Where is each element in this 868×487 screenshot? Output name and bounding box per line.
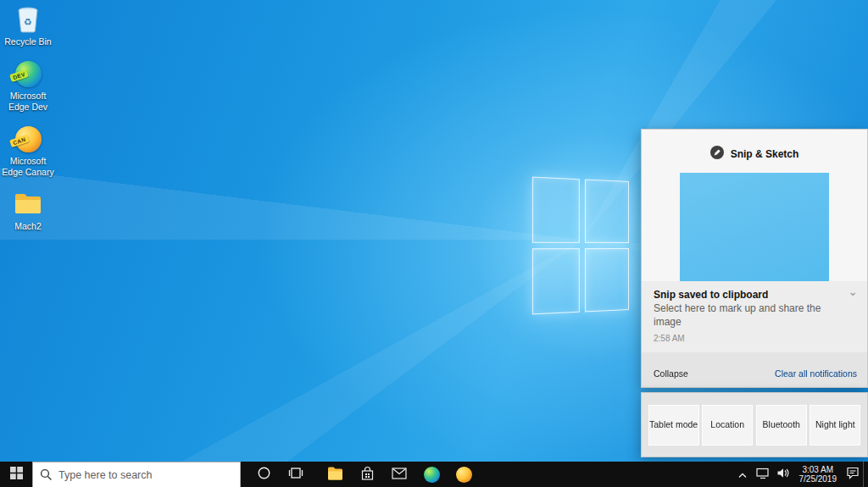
snip-sketch-notification[interactable]: Snip & Sketch ⌄ Snip saved to clipboard … bbox=[642, 130, 867, 352]
mail-icon bbox=[392, 468, 407, 482]
taskbar-search[interactable] bbox=[32, 462, 241, 487]
task-view-icon bbox=[288, 466, 303, 483]
quick-action-label: Bluetooth bbox=[763, 419, 800, 429]
quick-actions-panel: Tablet mode Location Bluetooth Night lig… bbox=[641, 392, 868, 457]
search-input[interactable] bbox=[58, 469, 240, 481]
quick-action-location[interactable]: Location bbox=[702, 405, 753, 445]
action-center-icon bbox=[846, 467, 860, 482]
system-tray: 3:03 AM 7/25/2019 bbox=[732, 462, 868, 487]
edge-canary-icon bbox=[456, 467, 472, 483]
edge-dev-taskbar-button[interactable] bbox=[415, 462, 448, 487]
desktop-icon-label: Recycle Bin bbox=[4, 36, 51, 47]
task-view-button[interactable] bbox=[280, 462, 312, 487]
quick-action-tablet-mode[interactable]: Tablet mode bbox=[648, 405, 699, 445]
folder-icon bbox=[13, 190, 43, 219]
desktop-icon-label: Microsoft Edge Canary bbox=[2, 156, 54, 177]
windows-start-icon bbox=[10, 467, 23, 482]
desktop-icon-edge-dev[interactable]: DEV Microsoft Edge Dev bbox=[2, 59, 54, 112]
collapse-link[interactable]: Collapse bbox=[654, 368, 688, 379]
edge-canary-taskbar-button[interactable] bbox=[448, 462, 480, 487]
taskbar: 3:03 AM 7/25/2019 bbox=[0, 462, 868, 487]
notification-app-name: Snip & Sketch bbox=[731, 148, 799, 160]
desktop-icon-column: ♻ Recycle Bin DEV Microsoft Edge Dev CAN… bbox=[2, 5, 54, 231]
recycle-bin-icon: ♻ bbox=[13, 5, 43, 34]
network-icon bbox=[756, 468, 770, 482]
chevron-up-icon bbox=[738, 468, 747, 481]
start-button[interactable] bbox=[0, 462, 32, 487]
cortana-button[interactable] bbox=[248, 462, 280, 487]
speaker-icon bbox=[776, 468, 789, 481]
show-desktop-button[interactable] bbox=[863, 462, 868, 487]
tray-overflow-chevron-button[interactable] bbox=[732, 462, 753, 487]
taskbar-clock[interactable]: 3:03 AM 7/25/2019 bbox=[793, 462, 843, 487]
svg-text:♻: ♻ bbox=[24, 17, 32, 27]
desktop-icon-label: Microsoft Edge Dev bbox=[2, 91, 54, 112]
notification-title: Snip saved to clipboard bbox=[654, 289, 855, 301]
notification-text-block: ⌄ Snip saved to clipboard Select here to… bbox=[642, 281, 867, 352]
windows-logo bbox=[532, 177, 629, 315]
desktop-icon-recycle-bin[interactable]: ♻ Recycle Bin bbox=[2, 5, 54, 47]
notification-body: Select here to mark up and share the ima… bbox=[654, 302, 830, 329]
desktop-icon-mach2-folder[interactable]: Mach2 bbox=[2, 190, 54, 231]
clock-date: 7/25/2019 bbox=[799, 474, 837, 484]
action-center-button[interactable] bbox=[843, 462, 863, 487]
quick-action-night-light[interactable]: Night light bbox=[810, 405, 860, 445]
windows-logo-pane bbox=[585, 180, 629, 243]
mail-button[interactable] bbox=[383, 462, 415, 487]
windows-logo-pane bbox=[585, 248, 629, 312]
windows-logo-pane bbox=[532, 177, 580, 243]
edge-dev-icon: DEV bbox=[13, 59, 43, 88]
quick-action-label: Night light bbox=[815, 419, 855, 429]
quick-action-bluetooth[interactable]: Bluetooth bbox=[756, 405, 807, 445]
desktop-icon-label: Mach2 bbox=[14, 221, 42, 231]
file-explorer-icon bbox=[327, 467, 343, 483]
file-explorer-button[interactable] bbox=[319, 462, 351, 487]
network-button[interactable] bbox=[753, 462, 773, 487]
edge-canary-icon: CAN bbox=[13, 125, 43, 153]
notification-timestamp: 2:58 AM bbox=[654, 334, 855, 343]
clear-all-notifications-link[interactable]: Clear all notifications bbox=[775, 368, 857, 379]
windows-logo-pane bbox=[532, 248, 580, 314]
search-icon bbox=[33, 468, 58, 481]
clock-time: 3:03 AM bbox=[802, 465, 833, 475]
quick-action-label: Location bbox=[710, 419, 744, 429]
microsoft-store-button[interactable] bbox=[351, 462, 383, 487]
cortana-icon bbox=[257, 466, 271, 483]
snip-sketch-app-icon bbox=[710, 146, 724, 163]
action-center-notification-panel: Snip & Sketch ⌄ Snip saved to clipboard … bbox=[641, 129, 868, 388]
quick-action-label: Tablet mode bbox=[649, 419, 698, 429]
action-center-footer: Collapse Clear all notifications bbox=[654, 368, 857, 379]
snip-preview-image[interactable] bbox=[680, 173, 829, 285]
notification-expand-chevron-icon[interactable]: ⌄ bbox=[848, 285, 858, 298]
notification-app-header: Snip & Sketch bbox=[642, 130, 867, 163]
microsoft-store-icon bbox=[360, 466, 375, 484]
desktop-icon-edge-canary[interactable]: CAN Microsoft Edge Canary bbox=[2, 125, 54, 177]
volume-button[interactable] bbox=[773, 462, 793, 487]
edge-dev-icon bbox=[424, 467, 440, 483]
